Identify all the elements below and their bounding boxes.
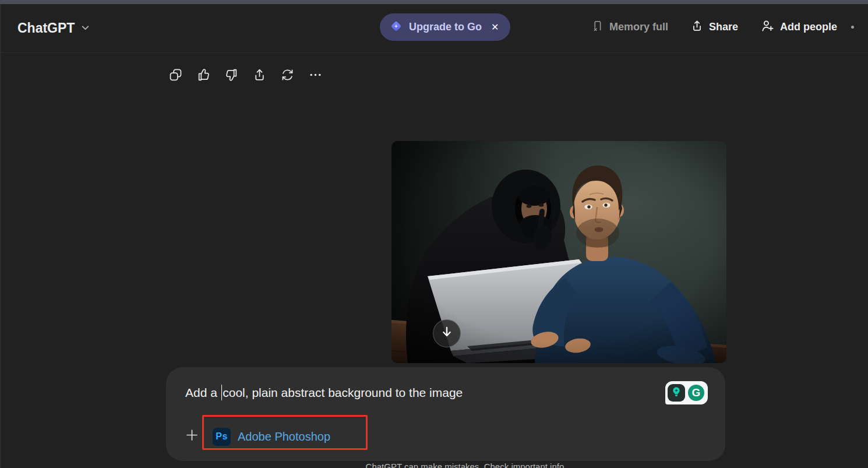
app-title-label: ChatGPT [17, 20, 75, 36]
add-people-button[interactable]: Add people [760, 19, 837, 36]
bad-response-button[interactable] [221, 66, 241, 86]
upload-icon [252, 68, 267, 85]
composer[interactable]: Add a cool, plain abstract background to… [166, 367, 725, 461]
more-menu-dot-icon[interactable] [851, 26, 854, 29]
download-image-button[interactable] [433, 319, 461, 347]
share-icon [690, 19, 704, 36]
regenerate-icon [280, 68, 295, 85]
prompt-text-after-caret: cool, plain abstract background to the i… [223, 386, 463, 399]
photoshop-icon-text: Ps [216, 431, 228, 442]
good-response-button[interactable] [193, 66, 213, 86]
close-icon[interactable]: ✕ [491, 23, 499, 32]
composer-controls: Ps Adobe Photoshop [166, 418, 725, 455]
lightbulb-icon [670, 385, 683, 400]
add-people-icon [760, 19, 775, 36]
header-bar: ChatGPT Upgrade to Go ✕ [1, 4, 868, 53]
chevron-down-icon [80, 20, 90, 36]
share-message-button[interactable] [249, 66, 269, 86]
chatgpt-window: ChatGPT Upgrade to Go ✕ [0, 0, 868, 468]
download-icon [439, 325, 454, 342]
attached-image[interactable] [391, 141, 726, 363]
grammarly-logo-badge[interactable]: G [687, 383, 705, 402]
memory-icon [591, 19, 604, 35]
grammarly-suggestion-badge[interactable] [668, 384, 685, 402]
thumbs-down-icon [224, 68, 239, 85]
grammarly-g-letter: G [692, 386, 701, 399]
left-edge-divider [0, 4, 1, 468]
prompt-input[interactable]: Add a cool, plain abstract background to… [185, 385, 661, 400]
copy-button[interactable] [165, 66, 185, 86]
diamond-icon [389, 19, 403, 36]
memory-full-label: Memory full [609, 21, 668, 33]
ellipsis-icon [308, 68, 323, 85]
photoshop-chip-label: Adobe Photoshop [238, 430, 330, 444]
plus-icon [184, 427, 200, 445]
disclaimer-text: ChatGPT can make mistakes. Check importa… [366, 462, 567, 468]
copy-icon [168, 68, 183, 85]
model-switcher[interactable]: ChatGPT [17, 20, 90, 36]
more-options-button[interactable] [305, 66, 325, 86]
thumbs-up-icon [196, 68, 211, 85]
prompt-text-before-caret: Add a [185, 386, 221, 399]
memory-full-button[interactable]: Memory full [591, 19, 668, 35]
add-people-label: Add people [780, 21, 837, 33]
photoshop-app-chip[interactable]: Ps Adobe Photoshop [213, 425, 330, 448]
try-again-button[interactable] [277, 66, 297, 86]
share-label: Share [709, 21, 738, 33]
upgrade-to-go-pill[interactable]: Upgrade to Go ✕ [380, 13, 510, 41]
text-caret [221, 385, 223, 400]
upgrade-pill-label: Upgrade to Go [409, 21, 482, 33]
grammarly-widget[interactable]: G [665, 381, 708, 404]
attach-button[interactable] [175, 420, 208, 452]
header-actions: Memory full Share [591, 13, 854, 41]
photoshop-icon: Ps [213, 428, 231, 446]
window-top-strip [0, 0, 868, 4]
message-action-toolbar [165, 66, 325, 86]
share-button[interactable]: Share [690, 19, 738, 36]
